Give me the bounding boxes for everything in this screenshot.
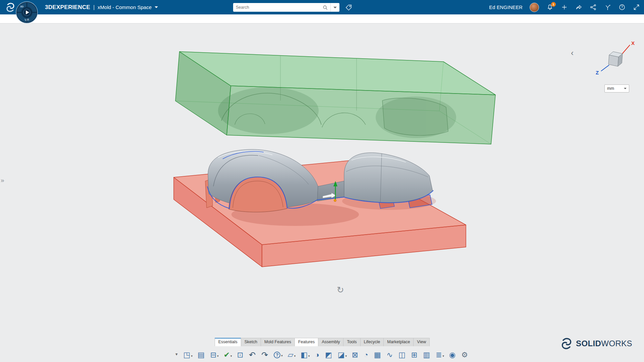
add-icon: [561, 4, 568, 11]
tool-reference-geometry[interactable]: ▱ ▾: [286, 351, 297, 359]
tool-surface[interactable]: ◫: [397, 351, 408, 359]
user-name[interactable]: Ed ENGINEER: [489, 5, 523, 10]
notifications-button[interactable]: 1: [546, 4, 553, 11]
tool-extrude-cut[interactable]: ◩: [324, 351, 334, 359]
side-panel-expander[interactable]: »: [1, 177, 4, 183]
drawing-sheet-icon: ⊡: [237, 351, 243, 359]
tool-caret-icon: ▾: [308, 354, 310, 358]
export-data-icon: ⊟: [210, 351, 216, 359]
avatar[interactable]: [530, 3, 539, 12]
tool-revolve-cut[interactable]: ◪ ▾: [336, 351, 348, 359]
tool-thread[interactable]: ≣ ▾: [434, 351, 445, 359]
search-scope-dropdown[interactable]: [330, 3, 339, 12]
user-cluster: Ed ENGINEER 1: [489, 0, 640, 14]
tool-smart-fasteners[interactable]: ⚙: [460, 351, 470, 359]
tab-tools[interactable]: Tools: [343, 338, 360, 346]
tab-features[interactable]: Features: [294, 338, 318, 346]
tool-caret-icon: ▾: [345, 354, 347, 358]
tab-view[interactable]: View: [413, 338, 430, 346]
3ds-logo-icon[interactable]: [5, 2, 16, 13]
tab-essentials[interactable]: Essentials: [215, 338, 241, 346]
tool-hole-wizard[interactable]: ⊠: [351, 351, 360, 359]
brand-title: 3DEXPERIENCE: [45, 4, 90, 11]
insert-component-icon: ◳: [183, 351, 191, 359]
help-icon: ?: [274, 352, 280, 358]
notification-badge: 1: [551, 2, 556, 7]
revolve-boss-icon: ◑: [315, 351, 319, 359]
undo-icon: ↶: [249, 351, 256, 359]
global-search: [233, 3, 352, 12]
share-button[interactable]: [575, 4, 582, 11]
tag-icon: [345, 4, 352, 11]
tool-drawing-sheet[interactable]: ⊡: [236, 351, 245, 359]
part-housing[interactable]: [344, 153, 433, 203]
chevron-down-icon: [624, 88, 627, 90]
compass-vr-label: V,R: [24, 18, 29, 21]
linear-pattern-icon: ▦: [374, 351, 381, 359]
svg-text:?: ?: [621, 5, 623, 9]
tab-mold-features[interactable]: Mold Features: [261, 338, 295, 346]
tool-linear-pattern[interactable]: ▦: [373, 351, 383, 359]
tag-button[interactable]: [345, 3, 352, 12]
units-dropdown[interactable]: mm: [604, 84, 629, 93]
tool-insert-component[interactable]: ◳ ▾: [182, 351, 194, 359]
3d-compass[interactable]: 3D V,R: [15, 1, 38, 24]
solidworks-wordmark: SOLIDWORKS: [576, 339, 632, 348]
tool-shell[interactable]: ⊞: [410, 351, 419, 359]
search-input[interactable]: [236, 5, 321, 10]
viewport-3d-scene[interactable]: [0, 23, 644, 339]
search-icon[interactable]: [323, 5, 328, 10]
body-library-icon: ▤: [198, 351, 205, 359]
reference-geometry-icon: ▱: [288, 351, 293, 359]
hole-wizard-icon: ⊠: [352, 351, 358, 359]
tool-rib[interactable]: ▥: [422, 351, 432, 359]
tool-revolve-boss[interactable]: ◑: [314, 351, 321, 359]
rib-icon: ▥: [423, 351, 430, 359]
tool-export-data[interactable]: ⊟ ▾: [209, 351, 220, 359]
network-share-button[interactable]: [589, 4, 597, 11]
tool-help[interactable]: ? ▾: [272, 351, 284, 359]
network-share-icon: [590, 4, 597, 11]
tab-sketch[interactable]: Sketch: [241, 338, 261, 346]
extrude-cut-icon: ◩: [325, 351, 332, 359]
app-switcher[interactable]: 3DEXPERIENCE | xMold - Common Space: [45, 4, 158, 11]
tab-assembly[interactable]: Assembly: [318, 338, 343, 346]
axis-z-line: [601, 65, 609, 71]
tool-caret-icon: ▾: [281, 353, 283, 358]
design-check-icon: ✔: [224, 351, 230, 359]
help-button[interactable]: ?: [618, 4, 626, 11]
3ds-swoosh-icon: [559, 337, 574, 351]
shell-icon: ⊞: [411, 351, 417, 359]
manipulator-origin[interactable]: [334, 199, 336, 202]
tool-caret-icon: ▾: [217, 354, 219, 358]
combine-icon: ◉: [449, 351, 455, 359]
panel-collapse-chevron[interactable]: ‹: [571, 49, 574, 57]
tool-caret-icon: ▾: [294, 354, 296, 358]
fillet-icon: ◔: [364, 351, 368, 359]
tool-extrude-boss[interactable]: ◧ ▾: [299, 351, 311, 359]
mold-cavity-block[interactable]: [175, 52, 495, 144]
tool-curve[interactable]: ∿: [385, 351, 395, 359]
tool-overflow-chevron[interactable]: ▾: [174, 351, 180, 358]
fullscreen-button[interactable]: [633, 4, 640, 11]
tool-combine[interactable]: ◉: [448, 351, 458, 359]
tool-fillet[interactable]: ◔: [362, 351, 370, 359]
view-triad[interactable]: X Z: [594, 38, 644, 79]
add-content-button[interactable]: [560, 4, 568, 11]
axis-z-label: Z: [596, 70, 599, 75]
search-box[interactable]: [233, 3, 330, 12]
window-substrip: [0, 14, 644, 23]
tab-marketplace[interactable]: Marketplace: [383, 338, 414, 346]
chevron-down-icon[interactable]: [155, 6, 158, 10]
app-title: xMold - Common Space: [98, 4, 152, 10]
collaboration-button[interactable]: [604, 4, 611, 11]
extrude-boss-icon: ◧: [301, 351, 308, 359]
units-value: mm: [607, 86, 614, 91]
thread-icon: ≣: [436, 351, 442, 359]
tool-body-library[interactable]: ▤: [196, 351, 207, 359]
ribbon-tabs: EssentialsSketchMold FeaturesFeaturesAss…: [0, 338, 644, 346]
tool-design-check[interactable]: ✔ ▾: [222, 351, 233, 359]
tool-undo[interactable]: ↶: [248, 350, 258, 360]
tool-redo[interactable]: ↷: [260, 350, 270, 360]
tab-lifecycle[interactable]: Lifecycle: [360, 338, 384, 346]
